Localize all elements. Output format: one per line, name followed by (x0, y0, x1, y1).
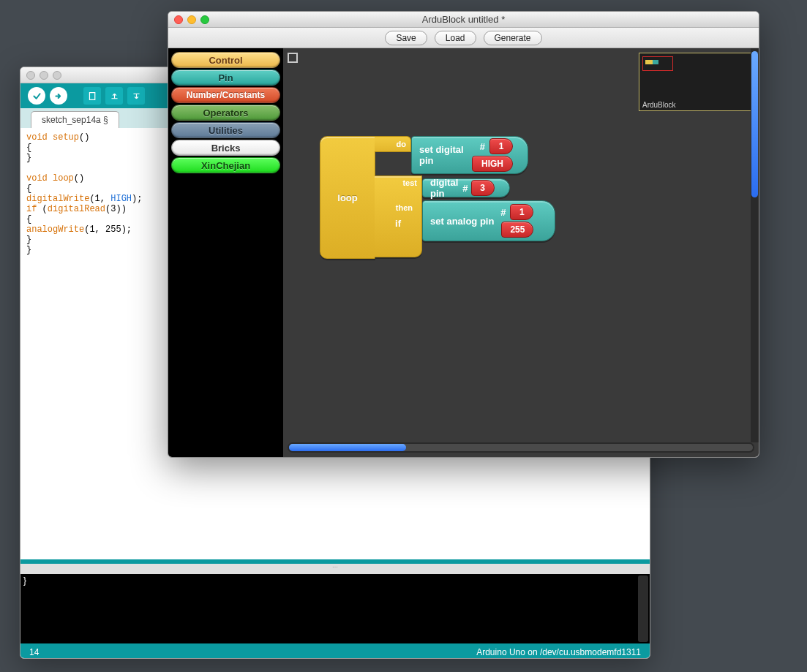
traffic-min-icon[interactable] (40, 71, 48, 80)
upload-button[interactable] (50, 87, 67, 105)
arduino-status-bar: 14 Arduino Uno on /dev/cu.usbmodemfd1311 (20, 643, 650, 659)
load-button[interactable]: Load (435, 31, 476, 45)
digital-value[interactable]: HIGH (472, 156, 513, 172)
palette-pin[interactable]: Pin (171, 69, 280, 86)
sketch-tab[interactable]: sketch_sep14a § (31, 111, 119, 128)
loop-label: loop (337, 192, 357, 203)
if-test-label: test (398, 176, 421, 189)
loop-block[interactable]: loop (320, 136, 375, 259)
save-button[interactable]: Save (385, 31, 427, 45)
status-board-port: Arduino Uno on /dev/cu.usbmodemfd1311 (476, 647, 641, 657)
block-canvas[interactable]: ArduBlock loop do test if then (283, 48, 759, 442)
open-sketch-button[interactable] (105, 87, 123, 105)
set-digital-pin-label: set digital pin (419, 144, 465, 166)
palette-operators[interactable]: Operators (171, 105, 280, 121)
verify-button[interactable] (28, 87, 45, 105)
digital-pin-label: digital pin (430, 177, 458, 199)
hash-icon: # (480, 141, 485, 152)
generate-button[interactable]: Generate (484, 31, 542, 45)
pin-value[interactable]: 3 (471, 180, 495, 196)
if-block[interactable]: test if then (375, 175, 422, 257)
analog-value[interactable]: 255 (501, 222, 533, 238)
set-analog-pin-label: set analog pin (430, 216, 494, 227)
console-scrollbar[interactable] (638, 575, 648, 642)
pin-value[interactable]: 1 (489, 138, 513, 154)
if-label: if (375, 189, 421, 257)
minimap-label: ArduBlock (642, 101, 676, 109)
traffic-zoom-icon[interactable] (53, 71, 61, 80)
minimap[interactable]: ArduBlock (639, 53, 754, 111)
minimize-icon[interactable] (187, 15, 196, 24)
horizontal-scrollbar[interactable] (288, 442, 754, 453)
palette-bricks[interactable]: Bricks (171, 140, 280, 156)
loop-do-label: do (375, 136, 411, 152)
vertical-scroll-thumb[interactable] (751, 51, 758, 197)
palette-utilities[interactable]: Utilities (171, 122, 280, 138)
status-line-number: 14 (29, 647, 39, 657)
new-sketch-button[interactable] (83, 87, 101, 105)
set-digital-pin-block[interactable]: set digital pin # 1 HIGH (411, 136, 528, 174)
hash-icon: # (462, 183, 468, 194)
digital-pin-block[interactable]: digital pin # 3 (422, 178, 510, 197)
block-palette: Control Pin Number/Constants Operators U… (168, 48, 283, 457)
pin-value[interactable]: 1 (510, 204, 533, 220)
palette-control[interactable]: Control (171, 52, 280, 68)
vertical-scrollbar[interactable] (751, 48, 759, 442)
console-drag-handle[interactable]: ⋯ (20, 564, 650, 574)
palette-number-constants[interactable]: Number/Constants (171, 87, 280, 103)
svg-rect-0 (89, 92, 94, 99)
block-program[interactable]: loop do test if then set digital pin # (320, 136, 375, 259)
arduino-console: } (20, 574, 650, 643)
window-title: ArduBlock untitled * (168, 14, 759, 25)
canvas-collapse-icon[interactable] (288, 53, 298, 63)
horizontal-scroll-thumb[interactable] (289, 444, 406, 451)
save-sketch-button[interactable] (127, 87, 145, 105)
traffic-close-icon[interactable] (26, 71, 35, 80)
palette-xinchejian[interactable]: XinChejian (171, 157, 280, 173)
ardublock-window: ArduBlock untitled * Save Load Generate … (168, 11, 759, 458)
ardublock-titlebar[interactable]: ArduBlock untitled * (168, 12, 759, 28)
hash-icon: # (500, 207, 506, 218)
zoom-icon[interactable] (200, 15, 209, 24)
set-analog-pin-block[interactable]: set analog pin # 1 255 (422, 200, 555, 241)
minimap-block-icon (645, 60, 658, 64)
close-icon[interactable] (174, 15, 183, 24)
ardublock-toolbar: Save Load Generate (168, 28, 759, 48)
if-then-label: then (391, 201, 417, 214)
